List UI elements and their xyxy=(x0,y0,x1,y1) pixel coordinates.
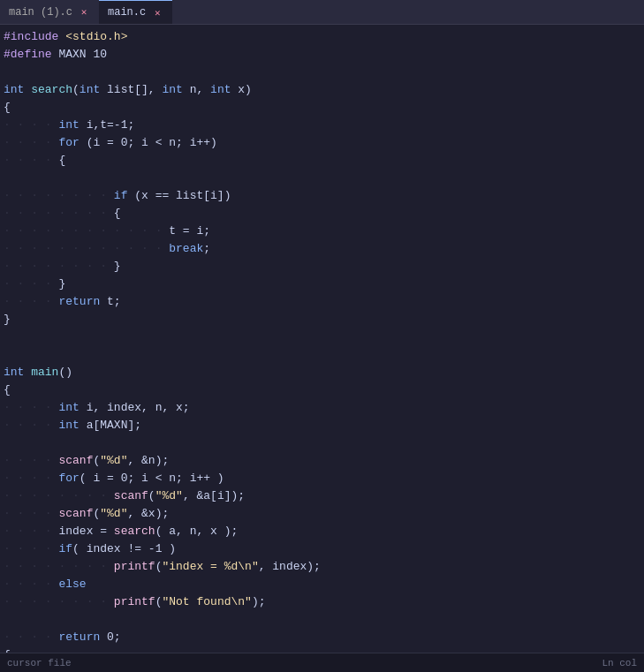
tab-mainc[interactable]: main.c ✕ xyxy=(99,0,172,24)
code-line: · · · · · · · · scanf("%d", &a[i]); xyxy=(0,489,644,507)
indent-guide: · · · · xyxy=(4,525,58,538)
token-preprocessor: #include xyxy=(4,30,58,43)
token-str-yellow: "index = %d\n" xyxy=(162,560,258,573)
code-content xyxy=(0,65,11,79)
indent-guide: · · · · xyxy=(4,154,58,167)
code-line: · · · · return t; xyxy=(0,295,644,313)
token-kw-blue: int xyxy=(58,401,79,414)
token-kw-blue: int xyxy=(4,366,24,379)
token-kw-blue: int xyxy=(58,419,79,432)
code-content: · · · · return t; xyxy=(0,295,121,308)
code-line: int search(int list[], int n, int x) xyxy=(0,83,644,101)
status-right: Ln col xyxy=(602,658,637,668)
code-line: · · · · { xyxy=(0,154,644,171)
code-line: · · · · } xyxy=(0,277,644,295)
indent-guide: · · · · xyxy=(4,277,58,291)
code-content: · · · · for( i = 0; i < n; i++ ) xyxy=(0,472,224,485)
indent-guide: · · · · xyxy=(4,189,58,202)
code-line: · · · · scanf("%d", &n); xyxy=(0,454,644,472)
token-func-name: main xyxy=(31,366,58,379)
code-line: #include <stdio.h> xyxy=(0,30,644,48)
code-content: int main() xyxy=(0,366,72,379)
code-content: · · · · scanf("%d", &n); xyxy=(0,454,169,467)
indent-guide: · · · · xyxy=(58,560,113,573)
code-line: · · · · if( index != -1 ) xyxy=(0,542,644,560)
code-area: #include <stdio.h>#define MAXN 10 int se… xyxy=(0,25,644,653)
token-plain: { xyxy=(4,648,11,653)
token-plain: (i = 0; i < n; i++) xyxy=(80,136,217,149)
token-kw-magenta: scanf xyxy=(58,454,93,467)
indent-guide: · · · · xyxy=(58,224,113,238)
code-content: int search(int list[], int n, int x) xyxy=(0,83,252,96)
token-kw-blue: return xyxy=(58,295,100,308)
code-content: · · · · index = search( a, n, x ); xyxy=(0,525,238,538)
token-str-yellow: "%d" xyxy=(100,507,127,520)
tab-label: main.c xyxy=(108,6,146,19)
indent-guide: · · · · xyxy=(4,507,58,520)
code-content: · · · · · · · · scanf("%d", &a[i]); xyxy=(0,489,245,502)
code-content: · · · · · · · · · · · · t = i; xyxy=(0,224,210,238)
indent-guide: · · · · xyxy=(4,472,58,485)
code-content: #include <stdio.h> xyxy=(0,30,127,43)
code-line xyxy=(0,348,644,366)
token-kw-blue: break xyxy=(169,242,203,255)
close-icon[interactable]: ✕ xyxy=(151,6,163,19)
code-line: { xyxy=(0,101,644,118)
code-line: · · · · · · · · { xyxy=(0,207,644,224)
token-plain: list[], xyxy=(100,83,162,96)
code-content: { xyxy=(0,383,11,396)
token-plain: i,t=-1; xyxy=(80,118,134,132)
code-line: int main() xyxy=(0,366,644,383)
code-line: · · · · scanf("%d", &x); xyxy=(0,507,644,525)
code-line: · · · · index = search( a, n, x ); xyxy=(0,525,644,542)
close-icon[interactable]: ✕ xyxy=(78,6,90,19)
token-plain: x) xyxy=(231,83,252,96)
token-plain: 0; xyxy=(100,630,120,644)
code-content: { xyxy=(0,648,11,653)
code-content: #define MAXN 10 xyxy=(0,48,107,61)
code-line: · · · · int i, index, n, x; xyxy=(0,401,644,419)
token-kw-blue: for xyxy=(58,472,79,485)
code-content: · · · · · · · · printf("index = %d\n", i… xyxy=(0,560,321,573)
code-content: · · · · return 0; xyxy=(0,630,121,644)
code-line: · · · · · · · · if (x == list[i]) xyxy=(0,189,644,207)
token-kw-magenta: search xyxy=(114,525,155,538)
code-content: · · · · for (i = 0; i < n; i++) xyxy=(0,136,217,149)
code-content xyxy=(0,436,11,449)
indent-guide: · · · · xyxy=(58,189,113,202)
token-plain: () xyxy=(58,366,72,379)
token-preprocessor: #define xyxy=(4,48,52,61)
code-content: · · · · { xyxy=(0,154,65,167)
token-plain: a[MAXN]; xyxy=(80,419,141,432)
code-content: · · · · · · · · · · · · break; xyxy=(0,242,210,255)
token-kw-blue: int xyxy=(162,83,182,96)
indent-guide: · · · · xyxy=(4,401,58,414)
indent-guide: · · · · xyxy=(58,489,113,502)
token-plain: } xyxy=(4,313,11,326)
code-content: · · · · · · · · { xyxy=(0,207,121,220)
indent-guide: · · · · xyxy=(4,595,58,608)
token-plain: { xyxy=(58,154,65,167)
indent-guide: · · · · xyxy=(4,295,58,308)
code-line xyxy=(0,613,644,630)
tab-main1c[interactable]: main (1).c ✕ xyxy=(0,0,99,24)
code-content: { xyxy=(0,101,11,114)
code-content xyxy=(0,613,11,626)
token-kw-magenta: printf xyxy=(114,595,155,608)
indent-guide: · · · · xyxy=(58,595,113,608)
code-line: · · · · · · · · } xyxy=(0,260,644,277)
tab-label: main (1).c xyxy=(9,6,72,19)
token-plain: ( index != -1 ) xyxy=(72,542,176,555)
indent-guide: · · · · xyxy=(4,260,58,273)
indent-guide: · · · · xyxy=(4,454,58,467)
token-kw-blue: int xyxy=(58,118,79,132)
token-plain: ( xyxy=(148,489,155,502)
status-left: cursor file xyxy=(7,658,72,668)
code-line: #define MAXN 10 xyxy=(0,48,644,65)
code-line: · · · · int a[MAXN]; xyxy=(0,419,644,436)
token-kw-blue: if xyxy=(114,189,128,202)
code-line xyxy=(0,65,644,83)
token-plain: , &x); xyxy=(127,507,169,520)
token-plain: ); xyxy=(252,595,266,608)
code-line: { xyxy=(0,383,644,401)
